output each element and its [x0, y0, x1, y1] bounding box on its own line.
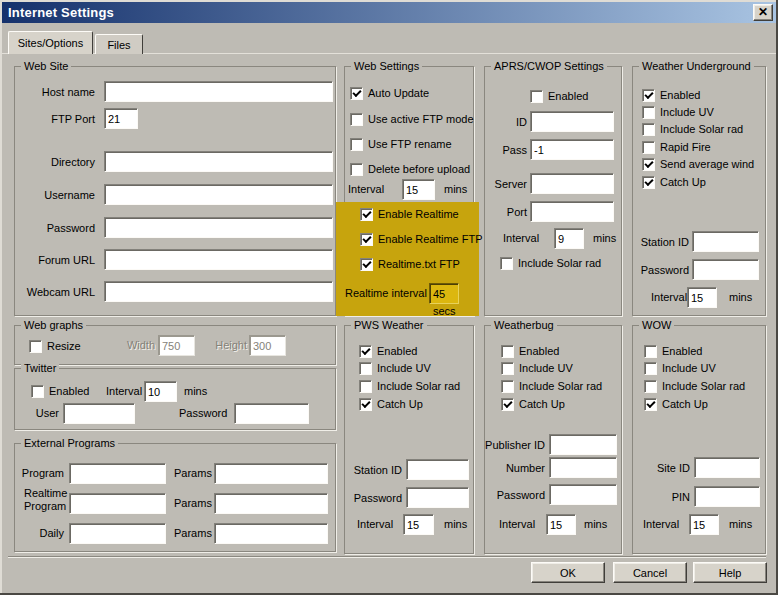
pws-enabled-label: Enabled [377, 345, 417, 357]
wu-avg-wind-checkbox[interactable] [642, 158, 655, 171]
aprs-port-label: Port [485, 206, 527, 218]
forum-url-input[interactable] [104, 249, 333, 270]
tab-sites-options[interactable]: Sites/Options [8, 31, 93, 54]
ftp-port-label: FTP Port [15, 113, 95, 125]
pws-password-input[interactable] [406, 487, 469, 508]
group-aprs-cwop: APRS/CWOP Settings Enabled ID Pass Serve… [484, 66, 622, 316]
aprs-solar-checkbox[interactable] [500, 257, 513, 270]
close-button[interactable]: ✕ [753, 4, 773, 21]
group-title: Twitter [21, 361, 59, 375]
wb-solar-label: Include Solar rad [519, 380, 602, 392]
wu-avg-wind-label: Send average wind [660, 158, 754, 170]
wb-number-input[interactable] [549, 457, 617, 478]
wow-enabled-checkbox[interactable] [644, 345, 657, 358]
twitter-password-input[interactable] [234, 403, 309, 424]
enable-realtime-ftp-checkbox[interactable] [360, 233, 373, 246]
wb-enabled-row: Enabled [501, 344, 559, 358]
wu-enabled-checkbox[interactable] [642, 89, 655, 102]
daily-params-input[interactable] [214, 523, 328, 544]
realtime-program-input[interactable] [69, 493, 166, 514]
tab-files[interactable]: Files [95, 34, 143, 54]
wu-catch-up-row: Catch Up [642, 175, 706, 189]
wu-password-input[interactable] [692, 259, 759, 280]
group-title: Weatherbug [491, 318, 557, 332]
wu-solar-checkbox[interactable] [642, 123, 655, 136]
title-bar[interactable]: Internet Settings ✕ [2, 2, 776, 23]
realtime-txt-ftp-row: Realtime.txt FTP [360, 257, 460, 271]
delete-before-upload-checkbox[interactable] [350, 163, 363, 176]
program-params-input[interactable] [214, 463, 328, 484]
pws-solar-checkbox[interactable] [359, 380, 372, 393]
interval-unit-label: mins [444, 179, 467, 200]
wb-enabled-checkbox[interactable] [501, 345, 514, 358]
wu-rapid-fire-checkbox[interactable] [642, 141, 655, 154]
pws-uv-row: Include UV [359, 361, 431, 375]
wow-site-id-input[interactable] [694, 457, 760, 478]
aprs-pass-label: Pass [485, 144, 527, 156]
wu-uv-checkbox[interactable] [642, 106, 655, 119]
wu-station-id-input[interactable] [692, 231, 759, 252]
daily-input[interactable] [69, 523, 166, 544]
twitter-enabled-checkbox[interactable] [31, 385, 44, 398]
web-interval-input[interactable] [402, 179, 435, 200]
ok-button[interactable]: OK [531, 562, 605, 583]
twitter-interval-input[interactable] [144, 381, 177, 402]
realtime-params-input[interactable] [214, 493, 328, 514]
webcam-url-input[interactable] [104, 281, 333, 302]
resize-checkbox[interactable] [29, 340, 42, 353]
username-input[interactable] [104, 184, 333, 205]
aprs-enabled-checkbox[interactable] [530, 90, 543, 103]
wb-password-input[interactable] [549, 484, 617, 505]
wb-solar-checkbox[interactable] [501, 380, 514, 393]
pws-enabled-checkbox[interactable] [359, 345, 372, 358]
wb-interval-input[interactable] [546, 514, 576, 535]
wow-interval-input[interactable] [689, 514, 719, 535]
aprs-pass-input[interactable] [530, 139, 614, 160]
wb-publisher-id-input[interactable] [549, 434, 617, 455]
interval-label: Interval [357, 514, 393, 535]
aprs-server-input[interactable] [530, 173, 614, 194]
pws-interval-input[interactable] [403, 514, 434, 535]
active-ftp-checkbox[interactable] [350, 113, 363, 126]
group-twitter: Twitter Enabled Interval mins User Passw… [14, 368, 336, 430]
wow-catch-up-checkbox[interactable] [644, 398, 657, 411]
ftp-rename-label: Use FTP rename [368, 138, 452, 150]
help-button[interactable]: Help [693, 562, 767, 583]
wu-password-label: Password [633, 264, 689, 276]
wow-pin-input[interactable] [694, 486, 760, 507]
pws-catch-up-checkbox[interactable] [359, 398, 372, 411]
aprs-id-input[interactable] [530, 111, 614, 132]
twitter-user-input[interactable] [63, 403, 135, 424]
realtime-txt-ftp-checkbox[interactable] [360, 258, 373, 271]
cancel-button[interactable]: Cancel [613, 562, 687, 583]
wu-interval-input[interactable] [687, 287, 717, 308]
wb-password-row: Password [485, 484, 617, 505]
aprs-interval-input[interactable] [554, 228, 584, 249]
password-input[interactable] [104, 217, 333, 238]
webcam-url-label: Webcam URL [15, 286, 95, 298]
wow-solar-checkbox[interactable] [644, 380, 657, 393]
twitter-enabled-label: Enabled [49, 385, 89, 397]
ftp-port-input[interactable] [104, 108, 138, 129]
directory-input[interactable] [104, 151, 333, 172]
enable-realtime-checkbox[interactable] [360, 208, 373, 221]
auto-update-checkbox[interactable] [350, 87, 363, 100]
program-input[interactable] [69, 463, 166, 484]
wu-catch-up-checkbox[interactable] [642, 176, 655, 189]
aprs-port-input[interactable] [530, 201, 614, 222]
wow-uv-checkbox[interactable] [644, 362, 657, 375]
resize-row: Resize [29, 339, 81, 353]
realtime-interval-unit-label: secs [433, 301, 456, 322]
pws-uv-checkbox[interactable] [359, 362, 372, 375]
ftp-rename-checkbox[interactable] [350, 138, 363, 151]
interval-unit-label: mins [584, 514, 607, 535]
host-name-input[interactable] [104, 81, 333, 102]
resize-label: Resize [47, 340, 81, 352]
close-icon: ✕ [758, 6, 768, 18]
pws-enabled-row: Enabled [359, 344, 417, 358]
pws-station-id-input[interactable] [406, 459, 469, 480]
wu-rapid-fire-row: Rapid Fire [642, 140, 711, 154]
pws-station-id-label: Station ID [345, 464, 402, 476]
wb-uv-checkbox[interactable] [501, 362, 514, 375]
wb-catch-up-checkbox[interactable] [501, 398, 514, 411]
